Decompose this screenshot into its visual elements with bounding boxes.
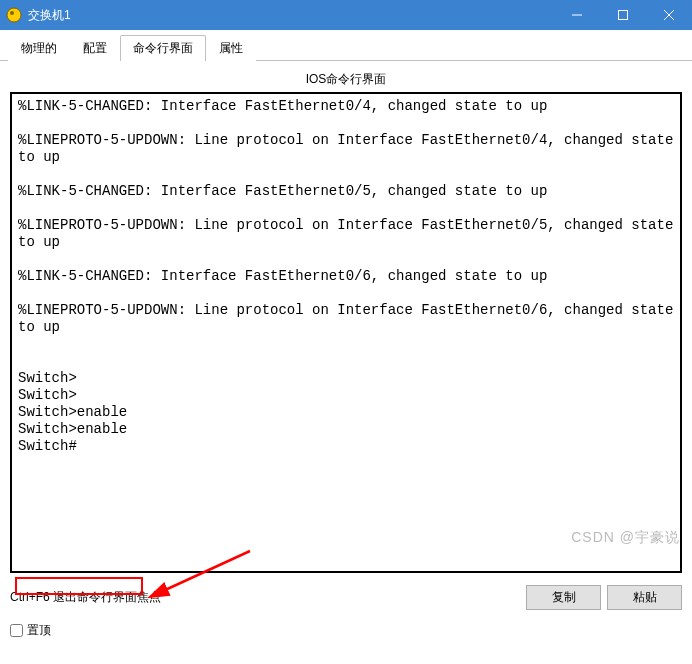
maximize-button[interactable] <box>600 0 646 30</box>
always-on-top-row: 置顶 <box>0 618 692 643</box>
copy-button[interactable]: 复制 <box>526 585 601 610</box>
always-on-top-label: 置顶 <box>27 622 51 639</box>
svg-rect-3 <box>619 11 628 20</box>
cli-heading: IOS命令行界面 <box>10 69 682 92</box>
tab-cli[interactable]: 命令行界面 <box>120 35 206 61</box>
minimize-button[interactable] <box>554 0 600 30</box>
cli-terminal[interactable] <box>14 96 678 566</box>
app-icon <box>6 7 22 23</box>
tab-attributes[interactable]: 属性 <box>206 35 256 61</box>
window-title: 交换机1 <box>28 7 554 24</box>
tab-physical[interactable]: 物理的 <box>8 35 70 61</box>
close-button[interactable] <box>646 0 692 30</box>
always-on-top-checkbox[interactable] <box>10 624 23 637</box>
title-bar: 交换机1 <box>0 0 692 30</box>
window-controls <box>554 0 692 30</box>
focus-hint: Ctrl+F6 退出命令行界面焦点 <box>10 589 520 606</box>
svg-point-0 <box>7 8 21 22</box>
footer-row: Ctrl+F6 退出命令行界面焦点 复制 粘贴 <box>0 579 692 618</box>
tab-bar: 物理的 配置 命令行界面 属性 <box>0 30 692 61</box>
content-area: IOS命令行界面 CSDN @宇豪说 <box>0 61 692 579</box>
svg-point-1 <box>10 11 14 15</box>
paste-button[interactable]: 粘贴 <box>607 585 682 610</box>
tab-config[interactable]: 配置 <box>70 35 120 61</box>
terminal-container <box>10 92 682 573</box>
